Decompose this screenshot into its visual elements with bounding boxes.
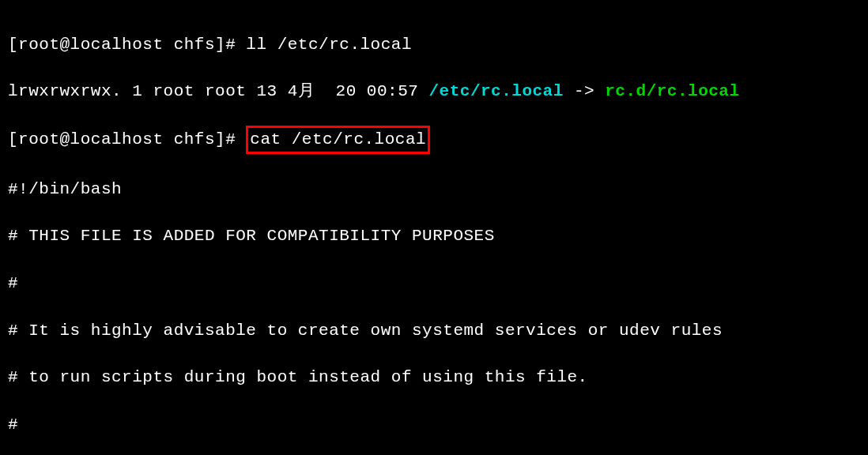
arrow-text: -> bbox=[564, 82, 605, 100]
terminal-line: lrwxrwxrwx. 1 root root 13 4月 20 00:57 /… bbox=[8, 80, 860, 103]
file-content-line: # bbox=[8, 413, 860, 437]
symlink-source: /etc/rc.local bbox=[428, 82, 563, 100]
terminal-line: [root@localhost chfs]# ll /etc/rc.local bbox=[8, 33, 860, 57]
command-text: ll /etc/rc.local bbox=[246, 36, 412, 54]
file-content-line: # to run scripts during boot instead of … bbox=[8, 366, 860, 389]
command-text: cat /etc/rc.local bbox=[250, 130, 426, 149]
terminal-line: [root@localhost chfs]# cat /etc/rc.local bbox=[8, 127, 860, 154]
file-permissions: lrwxrwxrwx. 1 root root 13 4月 20 00:57 bbox=[8, 82, 428, 100]
file-content-line: #!/bin/bash bbox=[8, 178, 860, 201]
file-content-line: # THIS FILE IS ADDED FOR COMPATIBILITY P… bbox=[8, 224, 860, 248]
shell-prompt: [root@localhost chfs]# bbox=[8, 36, 246, 54]
symlink-target: rc.d/rc.local bbox=[605, 82, 739, 100]
file-content-line: # bbox=[8, 272, 860, 295]
terminal-output[interactable]: [root@localhost chfs]# ll /etc/rc.local … bbox=[8, 9, 860, 455]
file-content-line: # It is highly advisable to create own s… bbox=[8, 319, 860, 343]
highlighted-command: cat /etc/rc.local bbox=[246, 126, 430, 154]
shell-prompt: [root@localhost chfs]# bbox=[8, 130, 246, 149]
